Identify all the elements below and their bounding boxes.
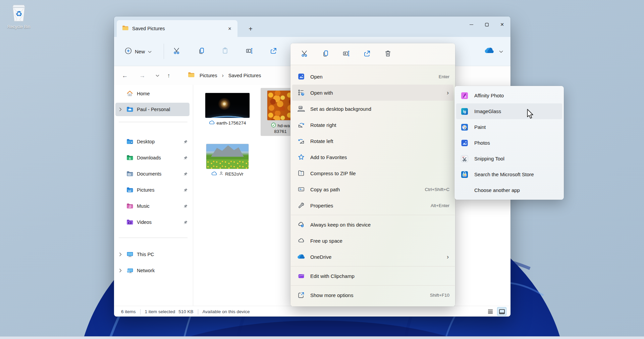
- new-tab-button[interactable]: +: [246, 24, 256, 34]
- submenu-item-imageglass[interactable]: Ig ImageGlass: [456, 103, 562, 119]
- breadcrumb-item-saved-pictures[interactable]: Saved Pictures: [227, 72, 263, 79]
- menu-item-free-up-space[interactable]: Free up space: [292, 233, 453, 249]
- file-name: RE52oVr: [225, 172, 243, 177]
- sidebar-item-home[interactable]: Home: [115, 87, 190, 100]
- submenu-item-photos[interactable]: Photos: [456, 135, 562, 151]
- share-icon: [363, 50, 371, 59]
- sidebar-item-paul-personal[interactable]: Paul - Personal: [115, 103, 190, 116]
- onedrive-icon: [297, 253, 305, 261]
- rename-icon: [342, 50, 350, 59]
- new-button-label: New: [135, 49, 145, 54]
- open-with-submenu: Affinity Photo Ig ImageGlass Paint Photo…: [454, 86, 564, 200]
- tab-close-icon[interactable]: ✕: [225, 24, 234, 33]
- copy-path-icon: [297, 185, 305, 193]
- snipping-tool-icon: [460, 154, 469, 163]
- details-view-button[interactable]: [486, 307, 495, 316]
- submenu-item-snipping-tool[interactable]: Snipping Tool: [456, 151, 562, 166]
- breadcrumb-item-pictures[interactable]: Pictures: [198, 72, 218, 79]
- microsoft-store-icon: [460, 170, 469, 179]
- sidebar-item-videos[interactable]: Videos: [115, 215, 190, 229]
- sidebar-item-downloads[interactable]: Downloads: [115, 151, 190, 164]
- sidebar-item-this-pc[interactable]: This PC: [115, 248, 190, 261]
- menu-item-rotate-right[interactable]: Rotate right: [292, 117, 453, 133]
- sidebar-item-desktop[interactable]: Desktop: [115, 135, 190, 148]
- share-button[interactable]: [360, 47, 374, 61]
- close-button[interactable]: ✕: [494, 18, 510, 31]
- new-button[interactable]: New: [121, 45, 155, 58]
- cut-button[interactable]: [297, 47, 312, 61]
- menu-item-set-as-desktop-background[interactable]: Set as desktop background: [292, 101, 453, 117]
- cut-button[interactable]: [170, 45, 184, 58]
- tab-title: Saved Pictures: [132, 26, 225, 31]
- file-earth-thumbnail: [205, 93, 250, 118]
- expand-chevron-icon[interactable]: [115, 107, 125, 111]
- recycle-bin-shortcut[interactable]: ♻ Recycle Bin: [3, 3, 34, 29]
- sidebar-item-pictures[interactable]: Pictures: [115, 183, 190, 197]
- chevron-down-icon[interactable]: [499, 48, 503, 54]
- set-background-icon: [297, 105, 305, 113]
- menu-item-show-more-options[interactable]: Show more options Shift+F10: [292, 287, 453, 303]
- breadcrumb: Pictures › Saved Pictures: [184, 69, 266, 82]
- sidebar-item-network[interactable]: Network: [115, 264, 190, 277]
- share-button[interactable]: [266, 45, 280, 58]
- menu-item-properties[interactable]: Properties Alt+Enter: [292, 197, 453, 213]
- copy-button[interactable]: [318, 47, 333, 61]
- svg-text:Ig: Ig: [463, 110, 466, 113]
- back-button[interactable]: ←: [119, 70, 130, 81]
- rename-button[interactable]: [339, 47, 354, 61]
- share-icon: [270, 47, 277, 56]
- file-name-line1: hd-wa: [278, 123, 290, 128]
- rename-button[interactable]: [242, 45, 256, 58]
- file-earth[interactable]: earth-1756274: [203, 93, 252, 126]
- recent-locations-chevron[interactable]: [152, 70, 163, 81]
- submenu-chevron-icon: ›: [447, 89, 449, 96]
- up-button[interactable]: ↑: [163, 70, 174, 81]
- navigation-pane: Home Paul - Personal Desktop: [114, 85, 193, 306]
- imageglass-icon: Ig: [460, 107, 469, 116]
- tab-saved-pictures[interactable]: Saved Pictures ✕: [117, 20, 237, 37]
- copy-button[interactable]: [194, 45, 208, 58]
- menu-item-add-to-favorites[interactable]: Add to Favorites: [292, 149, 453, 165]
- delete-button[interactable]: [380, 47, 395, 61]
- recycle-bin-icon: ♻: [10, 17, 28, 23]
- status-bar: 6 items 1 item selected 510 KB Available…: [114, 306, 511, 317]
- menu-item-onedrive[interactable]: OneDrive ›: [292, 249, 453, 265]
- sidebar-item-music[interactable]: Music: [115, 199, 190, 213]
- sidebar-separator: [119, 122, 187, 122]
- menu-item-edit-with-clipchamp[interactable]: Edit with Clipchamp: [292, 268, 453, 284]
- breadcrumb-separator: ›: [222, 72, 223, 79]
- expand-chevron-icon[interactable]: [115, 252, 125, 256]
- expand-chevron-icon[interactable]: [115, 269, 125, 273]
- shared-person-icon: [219, 171, 223, 177]
- minimize-button[interactable]: [464, 18, 479, 31]
- onedrive-cloud-icon[interactable]: [484, 47, 494, 55]
- selected-count: 1 item selected: [145, 309, 175, 314]
- photos-app-icon: [297, 72, 305, 81]
- cloud-status-icon: [209, 120, 215, 126]
- window-controls: ✕: [464, 18, 510, 31]
- maximize-button[interactable]: [479, 18, 494, 31]
- menu-item-compress-to-zip[interactable]: Compress to ZIP file: [292, 165, 453, 181]
- sidebar-item-documents[interactable]: Documents: [115, 167, 190, 181]
- submenu-item-paint[interactable]: Paint: [456, 119, 562, 135]
- menu-item-always-keep-on-device[interactable]: Always keep on this device: [292, 216, 453, 233]
- menu-item-open[interactable]: Open Enter: [292, 68, 453, 85]
- menu-item-rotate-left[interactable]: Rotate left: [292, 133, 453, 149]
- menu-item-copy-as-path[interactable]: Copy as path Ctrl+Shift+C: [292, 181, 453, 197]
- rename-icon: [246, 47, 253, 56]
- mouse-cursor: [527, 109, 534, 120]
- forward-button[interactable]: →: [137, 70, 148, 81]
- submenu-item-choose-another-app[interactable]: Choose another app: [456, 182, 562, 198]
- thumbnail-view-button[interactable]: [497, 307, 506, 316]
- file-re52ovr[interactable]: RE52oVr: [204, 144, 251, 177]
- submenu-item-affinity-photo[interactable]: Affinity Photo: [456, 88, 562, 103]
- paste-icon: [221, 47, 229, 56]
- rotate-right-icon: [297, 121, 305, 129]
- menu-item-open-with[interactable]: Open with ›: [292, 85, 453, 101]
- submenu-item-search-microsoft-store[interactable]: Search the Microsoft Store: [456, 166, 562, 182]
- context-menu-items: Open Enter Open with › Set as desktop ba…: [290, 65, 455, 306]
- paste-button[interactable]: [218, 45, 232, 58]
- open-with-icon: [297, 89, 305, 97]
- plus-circle-icon: [125, 47, 132, 56]
- toolbar-divider: [164, 44, 164, 59]
